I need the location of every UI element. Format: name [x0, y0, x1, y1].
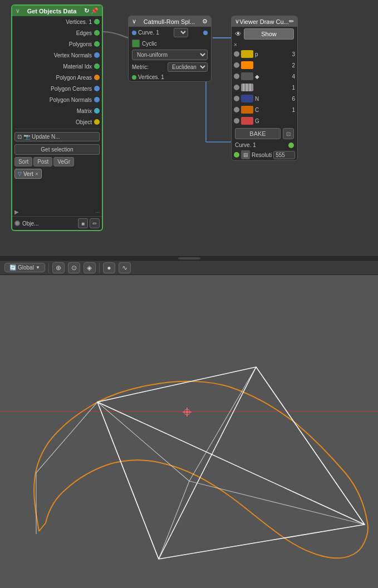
- catmull-header: ∨ Catmull-Rom Spl... ⚙: [129, 16, 211, 27]
- label-object: Object: [14, 119, 94, 125]
- viewer-header: ∨ Viewer Draw Cu... ✏: [232, 16, 297, 27]
- vegr-button[interactable]: VeGr: [53, 157, 74, 166]
- swatch-c1: [241, 106, 253, 114]
- transform-icon: 🔄: [9, 264, 16, 271]
- catmull-vertices-row: Vertices. 1: [129, 73, 211, 81]
- swatch-orange2: [241, 61, 253, 69]
- node-circle-dot: [14, 220, 20, 226]
- viewport-3d[interactable]: [0, 275, 378, 588]
- socket-edges: [94, 30, 100, 36]
- viewer-row-p3: p 3: [232, 48, 297, 60]
- svg-line-8: [97, 402, 189, 481]
- catmull-collapse-icon: ∨: [132, 18, 136, 25]
- cyclic-checkbox[interactable]: [132, 40, 140, 47]
- res-input-socket: [234, 152, 239, 158]
- bake-icon-btn[interactable]: ⊡: [283, 128, 294, 139]
- swatch-striped1: [241, 84, 253, 91]
- viewer-row-diamond4: ◆ 4: [232, 71, 297, 82]
- viewer-pencil-icon[interactable]: ✏: [289, 18, 294, 25]
- node-bottom-icons: ■ ✏: [78, 218, 100, 228]
- refresh-icon[interactable]: ↻: [84, 7, 89, 14]
- bake-button[interactable]: BAKE: [235, 128, 281, 139]
- catmull-curve-select[interactable]: 1: [174, 28, 188, 37]
- viewer-x-row: ×: [232, 41, 297, 48]
- snap-icon: ⊕: [56, 264, 61, 272]
- catmull-settings-icon[interactable]: ⚙: [202, 18, 208, 25]
- collapse-arrow-icon[interactable]: ∨: [16, 8, 19, 14]
- row-object: Object: [12, 116, 102, 128]
- separator-handle[interactable]: [178, 257, 200, 259]
- catmull-title: Catmull-Rom Spl...: [144, 18, 195, 25]
- icon-btn-square[interactable]: ■: [78, 218, 88, 228]
- label-polygon-normals: Polygon Normals: [14, 97, 94, 103]
- snap-btn[interactable]: ⊕: [52, 262, 65, 273]
- viewer-collapse-icon: ∨: [235, 18, 239, 25]
- post-button[interactable]: Post: [33, 157, 52, 166]
- socket-row-striped1: [234, 85, 239, 90]
- proportional-btn[interactable]: ⊙: [68, 262, 80, 273]
- socket-row-c1: [234, 107, 239, 112]
- catmull-distribution-row: Non-uniform: [129, 48, 211, 61]
- swatch-g: [241, 117, 253, 125]
- get-selection-container: Get selection: [12, 143, 102, 156]
- update-buttons-row: ⊡ 📷 Update N...: [12, 130, 102, 143]
- toolbar-separator-2: [99, 263, 100, 273]
- camera-icon: 📷: [23, 134, 30, 140]
- svg-point-17: [186, 411, 188, 413]
- swatch-p3: [241, 50, 253, 58]
- metric-select[interactable]: Euclidean: [168, 62, 208, 72]
- row-polygons: Polygons: [12, 38, 102, 50]
- x-label: ×: [234, 42, 237, 48]
- transform-orientation-btn[interactable]: 🔄 Global ▼: [4, 263, 45, 272]
- socket-polygon-areas: [94, 75, 100, 80]
- distribution-select[interactable]: Non-uniform: [132, 50, 208, 60]
- eye-icon[interactable]: 👁: [235, 30, 242, 38]
- label-vertices: Vertices. 1: [14, 19, 94, 25]
- socket-polygon-normals: [94, 97, 100, 102]
- catmull-curve-row: Curve. 1 1: [129, 27, 211, 38]
- node-output-area: [12, 180, 102, 208]
- divider-1: [14, 129, 100, 129]
- dot-icon: ●: [107, 264, 111, 272]
- viewer-row-striped1: 1: [232, 82, 297, 93]
- socket-row-p3: [234, 51, 239, 57]
- row-matrix: Matrix: [12, 105, 102, 116]
- res-icon: ▤: [241, 150, 250, 159]
- row-vertex-normals: Vertex Normals: [12, 50, 102, 61]
- get-selection-button[interactable]: Get selection: [14, 144, 100, 155]
- socket-object: [94, 119, 100, 125]
- socket-row-g: [234, 118, 239, 124]
- icon-btn-settings[interactable]: ✏: [90, 218, 100, 228]
- row-vertices: Vertices. 1: [12, 16, 102, 27]
- dot-btn[interactable]: ●: [103, 262, 115, 273]
- svg-line-7: [256, 367, 365, 525]
- num-c1: 1: [292, 107, 295, 113]
- curve-output-row: Curve. 1: [232, 141, 297, 149]
- filter-tag-vert: ▽ Vert ×: [14, 169, 42, 179]
- scroll-dots: ···: [95, 209, 100, 215]
- num-striped1: 1: [292, 85, 295, 91]
- row-polygon-normals: Polygon Normals: [12, 94, 102, 105]
- node-viewer-draw-curve: ∨ Viewer Draw Cu... ✏ 👁 Show × p 3 2: [231, 16, 298, 161]
- sort-button[interactable]: Sort: [14, 157, 32, 166]
- object-label: Obje...: [22, 220, 38, 227]
- show-button[interactable]: Show: [244, 28, 294, 40]
- toolbar: 🔄 Global ▼ ⊕ ⊙ ◈ ● ∿: [0, 261, 378, 275]
- filter-remove-button[interactable]: ×: [35, 170, 38, 177]
- pin-icon[interactable]: 📌: [91, 7, 99, 14]
- resolution-input[interactable]: [273, 151, 295, 159]
- svg-line-11: [159, 481, 189, 559]
- socket-row-n6: [234, 96, 239, 101]
- wave-icon: ∿: [122, 264, 127, 272]
- viewport-svg: [0, 275, 378, 588]
- node-bottom-row: Obje... ■ ✏: [12, 216, 102, 230]
- metric-label: Metric:: [132, 64, 165, 70]
- update-n-label[interactable]: Update N...: [32, 134, 60, 140]
- refresh-small-icon[interactable]: ⊡ 📷 Update N...: [14, 132, 100, 141]
- wave-btn[interactable]: ∿: [119, 262, 131, 273]
- socket-matrix: [94, 108, 100, 114]
- resolution-label: Resoluti: [252, 152, 272, 158]
- expand-icon[interactable]: ▶: [14, 209, 19, 215]
- transform-pivot-btn[interactable]: ◈: [84, 262, 96, 273]
- label-g: G: [255, 118, 293, 124]
